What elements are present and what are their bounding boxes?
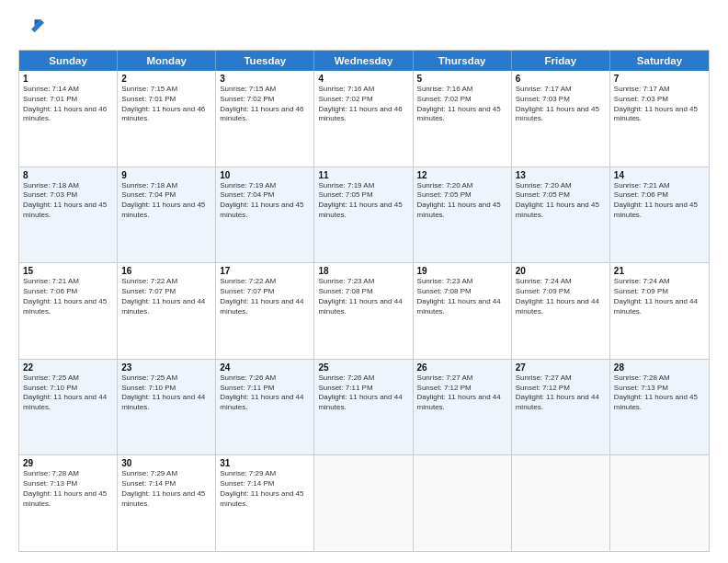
- calendar-cell: 6Sunrise: 7:17 AMSunset: 7:03 PMDaylight…: [512, 71, 610, 167]
- day-number: 17: [220, 266, 310, 276]
- calendar-cell: 12Sunrise: 7:20 AMSunset: 7:05 PMDayligh…: [414, 167, 512, 263]
- calendar-row-4: 22Sunrise: 7:25 AMSunset: 7:10 PMDayligh…: [19, 359, 709, 455]
- cell-info: Sunrise: 7:19 AMSunset: 7:04 PMDaylight:…: [220, 181, 310, 221]
- day-number: 30: [121, 458, 211, 468]
- logo-icon: [18, 15, 44, 40]
- cell-info: Sunrise: 7:16 AMSunset: 7:02 PMDaylight:…: [318, 85, 408, 124]
- day-number: 12: [417, 170, 507, 180]
- header-wednesday: Wednesday: [314, 51, 413, 71]
- calendar-cell: 9Sunrise: 7:18 AMSunset: 7:04 PMDaylight…: [118, 167, 216, 263]
- day-number: 4: [318, 74, 408, 84]
- cell-info: Sunrise: 7:29 AMSunset: 7:14 PMDaylight:…: [121, 469, 211, 509]
- day-number: 13: [516, 170, 606, 180]
- cell-info: Sunrise: 7:23 AMSunset: 7:08 PMDaylight:…: [417, 277, 507, 316]
- calendar-cell: [512, 455, 610, 551]
- day-number: 19: [417, 266, 507, 276]
- calendar-cell: 10Sunrise: 7:19 AMSunset: 7:04 PMDayligh…: [216, 167, 314, 263]
- day-number: 1: [23, 74, 113, 84]
- calendar-row-2: 8Sunrise: 7:18 AMSunset: 7:03 PMDaylight…: [19, 167, 709, 263]
- day-number: 6: [516, 74, 606, 84]
- calendar-cell: 27Sunrise: 7:27 AMSunset: 7:12 PMDayligh…: [512, 360, 610, 455]
- calendar-cell: 7Sunrise: 7:17 AMSunset: 7:03 PMDaylight…: [610, 71, 709, 167]
- calendar-cell: 23Sunrise: 7:25 AMSunset: 7:10 PMDayligh…: [118, 360, 216, 455]
- calendar-row-1: 1Sunrise: 7:14 AMSunset: 7:01 PMDaylight…: [19, 71, 709, 167]
- day-number: 28: [614, 362, 705, 373]
- cell-info: Sunrise: 7:17 AMSunset: 7:03 PMDaylight:…: [516, 85, 606, 124]
- day-number: 31: [220, 458, 310, 468]
- cell-info: Sunrise: 7:18 AMSunset: 7:04 PMDaylight:…: [121, 181, 211, 221]
- calendar-cell: 3Sunrise: 7:15 AMSunset: 7:02 PMDaylight…: [216, 71, 314, 167]
- day-number: 24: [220, 362, 310, 373]
- cell-info: Sunrise: 7:16 AMSunset: 7:02 PMDaylight:…: [417, 85, 507, 124]
- calendar-header: Sunday Monday Tuesday Wednesday Thursday…: [19, 51, 709, 71]
- calendar-cell: 30Sunrise: 7:29 AMSunset: 7:14 PMDayligh…: [118, 455, 216, 551]
- day-number: 27: [516, 362, 606, 373]
- calendar-cell: 2Sunrise: 7:15 AMSunset: 7:01 PMDaylight…: [118, 71, 216, 167]
- cell-info: Sunrise: 7:19 AMSunset: 7:05 PMDaylight:…: [318, 181, 408, 221]
- calendar-cell: 31Sunrise: 7:29 AMSunset: 7:14 PMDayligh…: [216, 455, 314, 551]
- day-number: 11: [318, 170, 408, 180]
- day-number: 21: [614, 266, 705, 276]
- header-tuesday: Tuesday: [216, 51, 314, 71]
- cell-info: Sunrise: 7:22 AMSunset: 7:07 PMDaylight:…: [220, 277, 310, 316]
- calendar-cell: 17Sunrise: 7:22 AMSunset: 7:07 PMDayligh…: [216, 263, 314, 359]
- cell-info: Sunrise: 7:21 AMSunset: 7:06 PMDaylight:…: [614, 181, 705, 221]
- day-number: 7: [614, 74, 705, 84]
- calendar-cell: 13Sunrise: 7:20 AMSunset: 7:05 PMDayligh…: [512, 167, 610, 263]
- calendar-cell: 4Sunrise: 7:16 AMSunset: 7:02 PMDaylight…: [314, 71, 413, 167]
- header-thursday: Thursday: [414, 51, 512, 71]
- cell-info: Sunrise: 7:21 AMSunset: 7:06 PMDaylight:…: [23, 277, 113, 316]
- day-number: 15: [23, 266, 113, 276]
- calendar-cell: 21Sunrise: 7:24 AMSunset: 7:09 PMDayligh…: [610, 263, 709, 359]
- day-number: 22: [23, 362, 113, 373]
- cell-info: Sunrise: 7:25 AMSunset: 7:10 PMDaylight:…: [23, 373, 113, 413]
- calendar-row-3: 15Sunrise: 7:21 AMSunset: 7:06 PMDayligh…: [19, 262, 709, 359]
- cell-info: Sunrise: 7:15 AMSunset: 7:02 PMDaylight:…: [220, 85, 310, 124]
- calendar-cell: 29Sunrise: 7:28 AMSunset: 7:13 PMDayligh…: [19, 455, 118, 551]
- cell-info: Sunrise: 7:14 AMSunset: 7:01 PMDaylight:…: [23, 85, 113, 124]
- calendar-cell: [610, 455, 709, 551]
- calendar-body: 1Sunrise: 7:14 AMSunset: 7:01 PMDaylight…: [19, 71, 709, 551]
- header-friday: Friday: [512, 51, 610, 71]
- day-number: 5: [417, 74, 507, 84]
- cell-info: Sunrise: 7:24 AMSunset: 7:09 PMDaylight:…: [614, 277, 705, 316]
- calendar-cell: 19Sunrise: 7:23 AMSunset: 7:08 PMDayligh…: [414, 263, 512, 359]
- calendar-cell: 1Sunrise: 7:14 AMSunset: 7:01 PMDaylight…: [19, 71, 118, 167]
- day-number: 2: [121, 74, 211, 84]
- calendar-cell: 11Sunrise: 7:19 AMSunset: 7:05 PMDayligh…: [314, 167, 413, 263]
- header-monday: Monday: [118, 51, 216, 71]
- cell-info: Sunrise: 7:23 AMSunset: 7:08 PMDaylight:…: [318, 277, 408, 316]
- cell-info: Sunrise: 7:15 AMSunset: 7:01 PMDaylight:…: [121, 85, 211, 124]
- day-number: 23: [121, 362, 211, 373]
- calendar-cell: 28Sunrise: 7:28 AMSunset: 7:13 PMDayligh…: [610, 360, 709, 455]
- calendar-row-5: 29Sunrise: 7:28 AMSunset: 7:13 PMDayligh…: [19, 454, 709, 551]
- page: Sunday Monday Tuesday Wednesday Thursday…: [0, 0, 728, 563]
- cell-info: Sunrise: 7:18 AMSunset: 7:03 PMDaylight:…: [23, 181, 113, 221]
- cell-info: Sunrise: 7:25 AMSunset: 7:10 PMDaylight:…: [121, 373, 211, 413]
- cell-info: Sunrise: 7:28 AMSunset: 7:13 PMDaylight:…: [23, 469, 113, 509]
- day-number: 16: [121, 266, 211, 276]
- calendar-cell: 5Sunrise: 7:16 AMSunset: 7:02 PMDaylight…: [414, 71, 512, 167]
- day-number: 18: [318, 266, 408, 276]
- calendar-cell: [414, 455, 512, 551]
- calendar-cell: 26Sunrise: 7:27 AMSunset: 7:12 PMDayligh…: [414, 360, 512, 455]
- cell-info: Sunrise: 7:28 AMSunset: 7:13 PMDaylight:…: [614, 373, 705, 413]
- calendar-cell: 15Sunrise: 7:21 AMSunset: 7:06 PMDayligh…: [19, 263, 118, 359]
- cell-info: Sunrise: 7:20 AMSunset: 7:05 PMDaylight:…: [516, 181, 606, 221]
- cell-info: Sunrise: 7:24 AMSunset: 7:09 PMDaylight:…: [516, 277, 606, 316]
- cell-info: Sunrise: 7:22 AMSunset: 7:07 PMDaylight:…: [121, 277, 211, 316]
- day-number: 26: [417, 362, 507, 373]
- calendar-cell: 16Sunrise: 7:22 AMSunset: 7:07 PMDayligh…: [118, 263, 216, 359]
- calendar-cell: 8Sunrise: 7:18 AMSunset: 7:03 PMDaylight…: [19, 167, 118, 263]
- day-number: 29: [23, 458, 113, 468]
- calendar-cell: 24Sunrise: 7:26 AMSunset: 7:11 PMDayligh…: [216, 360, 314, 455]
- day-number: 25: [318, 362, 408, 373]
- calendar: Sunday Monday Tuesday Wednesday Thursday…: [18, 50, 710, 552]
- calendar-cell: [314, 455, 413, 551]
- logo: [18, 15, 48, 40]
- cell-info: Sunrise: 7:26 AMSunset: 7:11 PMDaylight:…: [220, 373, 310, 413]
- calendar-cell: 18Sunrise: 7:23 AMSunset: 7:08 PMDayligh…: [314, 263, 413, 359]
- day-number: 10: [220, 170, 310, 180]
- day-number: 8: [23, 170, 113, 180]
- header-sunday: Sunday: [19, 51, 118, 71]
